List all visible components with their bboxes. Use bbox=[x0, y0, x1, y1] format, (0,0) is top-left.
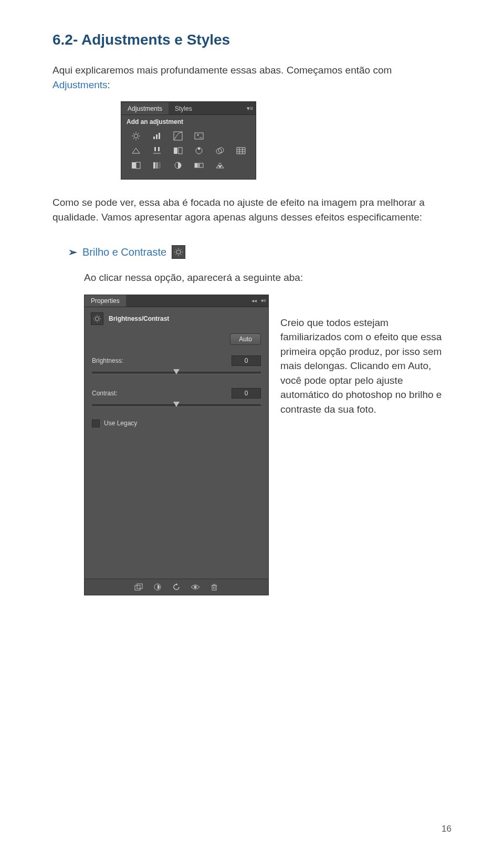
indented-paragraph: Ao clicar nessa opção, aparecerá a segui… bbox=[84, 270, 452, 285]
threshold-icon[interactable] bbox=[169, 159, 187, 172]
svg-line-60 bbox=[99, 316, 100, 317]
brightness-contrast-prop-icon bbox=[91, 312, 103, 325]
use-legacy-checkbox[interactable] bbox=[92, 420, 100, 427]
black-white-icon[interactable] bbox=[190, 144, 208, 157]
curves-icon[interactable] bbox=[169, 130, 187, 142]
view-previous-icon[interactable] bbox=[153, 582, 162, 592]
brightness-slider-thumb[interactable] bbox=[173, 369, 180, 374]
svg-marker-42 bbox=[218, 165, 222, 168]
svg-rect-27 bbox=[237, 148, 245, 154]
use-legacy-row: Use Legacy bbox=[85, 412, 268, 432]
svg-line-58 bbox=[99, 320, 100, 321]
svg-line-59 bbox=[94, 320, 95, 321]
contrast-value[interactable]: 0 bbox=[232, 388, 261, 399]
side-explanation: Creio que todos estejam familiarizados c… bbox=[280, 295, 452, 417]
svg-rect-39 bbox=[195, 163, 197, 167]
panel-prev-icon[interactable]: ◂◂ bbox=[249, 298, 259, 303]
intro-text-1: Aqui explicaremos mais profundamente ess… bbox=[52, 65, 392, 76]
adjustments-panel-tabs: Adjustments Styles ▾≡ bbox=[121, 102, 256, 115]
svg-line-50 bbox=[176, 254, 177, 255]
tab-styles[interactable]: Styles bbox=[169, 102, 198, 114]
properties-title: Brightness/Contrast bbox=[109, 315, 169, 322]
svg-rect-12 bbox=[174, 132, 182, 140]
levels-icon[interactable] bbox=[148, 130, 166, 142]
svg-rect-36 bbox=[159, 162, 161, 169]
properties-panel: Properties ◂◂ ▾≡ Brightness/Contrast Aut… bbox=[84, 295, 269, 595]
svg-marker-17 bbox=[132, 148, 140, 153]
clip-to-layer-icon[interactable] bbox=[134, 582, 143, 592]
posterize-icon[interactable] bbox=[148, 159, 166, 172]
vibrance-icon[interactable] bbox=[127, 144, 145, 157]
svg-rect-62 bbox=[137, 584, 142, 589]
exposure-icon[interactable] bbox=[190, 130, 208, 142]
adjustments-icon-grid bbox=[121, 127, 256, 179]
brightness-value[interactable]: 0 bbox=[232, 355, 261, 366]
svg-point-0 bbox=[134, 134, 138, 138]
svg-line-6 bbox=[138, 138, 139, 139]
brightness-slider[interactable] bbox=[92, 369, 261, 376]
page-number: 16 bbox=[442, 824, 452, 834]
brightness-contrast-icon[interactable] bbox=[127, 130, 145, 142]
svg-rect-19 bbox=[158, 147, 160, 151]
svg-point-52 bbox=[95, 317, 99, 320]
svg-rect-34 bbox=[153, 162, 155, 169]
panel-menu-icon[interactable]: ▾≡ bbox=[259, 298, 268, 303]
bullet-arrow-icon: ➢ bbox=[68, 246, 77, 258]
intro-paragraph: Aqui explicaremos mais profundamente ess… bbox=[52, 63, 452, 92]
svg-line-8 bbox=[138, 133, 139, 134]
svg-line-48 bbox=[176, 249, 177, 250]
gradient-map-icon[interactable] bbox=[190, 159, 208, 172]
panel-menu-icon[interactable]: ▾≡ bbox=[244, 105, 256, 112]
svg-line-7 bbox=[133, 138, 134, 139]
properties-panel-tabs: Properties ◂◂ ▾≡ bbox=[85, 295, 268, 307]
intro-text-2: : bbox=[108, 79, 110, 90]
adjustments-panel: Adjustments Styles ▾≡ Add an adjustment bbox=[121, 101, 256, 180]
svg-rect-61 bbox=[135, 585, 140, 590]
visibility-icon[interactable] bbox=[191, 582, 200, 592]
reset-icon[interactable] bbox=[172, 582, 181, 592]
svg-point-25 bbox=[216, 149, 222, 154]
color-balance-icon[interactable] bbox=[169, 144, 187, 157]
selective-color-icon[interactable] bbox=[211, 159, 229, 172]
svg-rect-13 bbox=[195, 133, 203, 139]
brightness-contrast-tile-icon bbox=[172, 245, 185, 259]
properties-footer bbox=[85, 579, 268, 595]
svg-rect-22 bbox=[178, 148, 182, 154]
svg-rect-66 bbox=[212, 585, 216, 590]
svg-point-26 bbox=[218, 148, 224, 153]
svg-line-5 bbox=[133, 133, 134, 134]
properties-title-row: Brightness/Contrast bbox=[85, 307, 268, 328]
contrast-slider-thumb[interactable] bbox=[173, 402, 180, 407]
svg-line-49 bbox=[181, 254, 182, 255]
svg-rect-32 bbox=[132, 162, 136, 169]
svg-rect-24 bbox=[198, 148, 200, 150]
svg-point-43 bbox=[176, 250, 181, 254]
svg-rect-35 bbox=[156, 162, 158, 169]
adjustments-link: Adjustments bbox=[52, 79, 108, 90]
photo-filter-icon[interactable] bbox=[211, 144, 229, 157]
tab-properties[interactable]: Properties bbox=[85, 295, 126, 307]
auto-button[interactable]: Auto bbox=[230, 333, 261, 345]
svg-marker-64 bbox=[176, 583, 178, 585]
svg-line-57 bbox=[94, 316, 95, 317]
delete-icon[interactable] bbox=[209, 582, 219, 592]
properties-empty-space bbox=[85, 432, 268, 579]
mid-paragraph: Como se pode ver, essa aba é focada no a… bbox=[52, 195, 452, 224]
use-legacy-label: Use Legacy bbox=[104, 420, 137, 427]
brightness-label: Brightness: bbox=[92, 357, 123, 364]
svg-point-65 bbox=[194, 585, 197, 588]
contrast-slider[interactable] bbox=[92, 402, 261, 409]
invert-icon[interactable] bbox=[127, 159, 145, 172]
bullet-brilho-contraste: ➢ Brilho e Contraste bbox=[68, 245, 452, 259]
svg-rect-11 bbox=[159, 133, 160, 139]
bullet-label: Brilho e Contraste bbox=[82, 246, 166, 258]
svg-rect-18 bbox=[154, 147, 156, 151]
svg-rect-40 bbox=[197, 163, 200, 167]
svg-line-51 bbox=[181, 249, 182, 250]
hue-saturation-icon[interactable] bbox=[148, 144, 166, 157]
channel-mixer-icon[interactable] bbox=[232, 144, 250, 157]
svg-rect-10 bbox=[156, 134, 158, 139]
svg-rect-21 bbox=[174, 148, 177, 154]
tab-adjustments[interactable]: Adjustments bbox=[121, 102, 169, 114]
svg-rect-33 bbox=[136, 162, 140, 169]
